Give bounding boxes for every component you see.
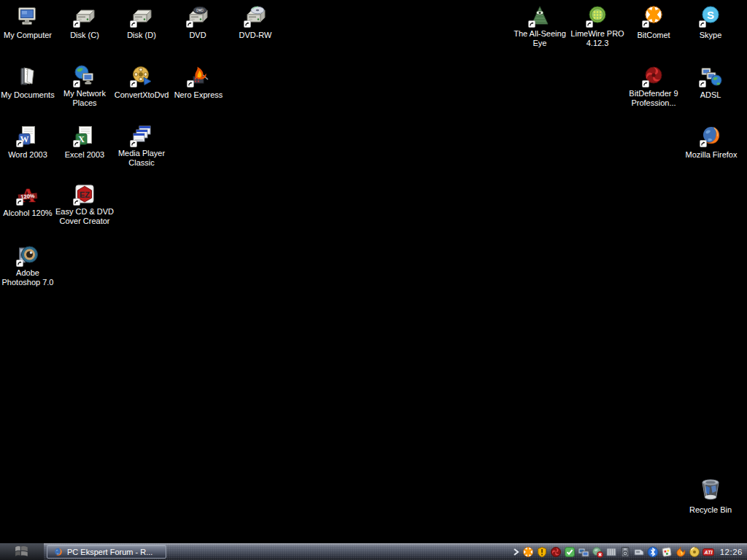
- adsl-icon: [699, 64, 722, 88]
- desktop-icon-label: My Computer: [4, 31, 52, 40]
- shortcut-arrow-badge: [699, 20, 706, 28]
- shortcut-arrow-badge: [16, 260, 23, 267]
- desktop-icon-mozilla-firefox[interactable]: Mozilla Firefox: [678, 124, 745, 160]
- windows-flag-icon: [12, 543, 31, 560]
- desktop-icon-label: DVD: [189, 31, 206, 40]
- alcohol-120-icon: A120%: [16, 182, 39, 206]
- firefox-icon: [53, 547, 63, 557]
- bitdefender-emblem-icon[interactable]: [550, 546, 562, 558]
- desktop-icon-label: Skype: [700, 31, 722, 40]
- flame-utility-icon[interactable]: [675, 546, 686, 558]
- shortcut-arrow-badge: [586, 20, 593, 28]
- desktop-icon-label: My Documents: [1, 90, 54, 100]
- shortcut-arrow-badge: [130, 20, 137, 28]
- convertxtodvd-icon: [130, 64, 153, 88]
- desktop-icon-label: Easy CD & DVD Cover Creator: [55, 207, 114, 226]
- shortcut-arrow-badge: [642, 80, 649, 88]
- desktop-icon-easy-cd-dvd-cover-creator[interactable]: EZEasy CD & DVD Cover Creator: [51, 182, 118, 227]
- desktop-icon-label: Adobe Photoshop 7.0: [2, 268, 54, 287]
- desktop-icon-adsl[interactable]: ADSL: [677, 64, 744, 101]
- svg-text:DVD: DVD: [196, 9, 204, 12]
- speaker-device-icon[interactable]: [619, 546, 631, 558]
- desktop-icon-label: Alcohol 120%: [3, 209, 52, 218]
- desktop-icon-label: My Network Places: [63, 89, 106, 108]
- color-device-icon[interactable]: [661, 546, 673, 558]
- security-alert-shield-icon[interactable]: [536, 546, 548, 558]
- disk-drive-icon: [73, 4, 96, 28]
- desktop-icon-label: Disk (D): [127, 31, 156, 40]
- network-connection-icon[interactable]: [578, 546, 589, 558]
- desktop-icon-dvd-rw[interactable]: DVD-RW: [222, 4, 289, 41]
- easy-cd-creator-icon: EZ: [73, 182, 96, 206]
- taskbar-clock[interactable]: 12:26: [720, 548, 743, 556]
- my-computer-icon: [16, 4, 39, 28]
- firefox-icon: [700, 124, 723, 147]
- desktop-icon-label: Mozilla Firefox: [686, 150, 738, 160]
- excel-2003-icon: X: [73, 124, 96, 147]
- tray-expand-chevron-icon[interactable]: [511, 546, 520, 558]
- shortcut-arrow-badge: [699, 80, 706, 88]
- bitcomet-icon: [642, 4, 665, 28]
- my-network-places-icon: [73, 64, 96, 88]
- all-seeing-eye-icon: [528, 4, 551, 28]
- desktop-icon-label: Media Player Classic: [118, 149, 165, 168]
- desktop-icon-label: LimeWire PRO 4.12.3: [570, 29, 624, 48]
- shortcut-arrow-badge: [700, 140, 707, 147]
- bitdefender-icon: [642, 64, 665, 88]
- shortcut-arrow-badge: [73, 80, 80, 88]
- shortcut-arrow-badge: [642, 20, 649, 28]
- bluetooth-icon[interactable]: [647, 546, 659, 558]
- ati-graphics-icon[interactable]: ATI: [703, 546, 714, 558]
- desktop-icon-label: BitComet: [637, 31, 670, 40]
- svg-text:S: S: [707, 9, 714, 21]
- word-2003-icon: W: [16, 124, 39, 147]
- dvdrw-drive-icon: [244, 4, 267, 28]
- desktop-icon-media-player-classic[interactable]: Media Player Classic: [108, 124, 175, 168]
- removable-storage-icon[interactable]: [633, 546, 645, 558]
- desktop-icon-label: BitDefender 9 Profession...: [629, 89, 678, 108]
- limewire-icon: [586, 4, 609, 28]
- recycle-bin-icon: [697, 476, 724, 502]
- globe-red-x-icon[interactable]: [592, 546, 603, 558]
- shortcut-arrow-badge: [16, 140, 23, 147]
- task-button-label: PC Ekspert Forum - R...: [67, 548, 152, 556]
- shortcut-arrow-badge: [73, 198, 80, 206]
- svg-text:ATI: ATI: [703, 549, 713, 554]
- disk-drive-icon: [130, 4, 153, 28]
- shortcut-arrow-badge: [73, 140, 80, 147]
- media-player-classic-icon: [130, 124, 153, 147]
- desktop-icon-recycle-bin[interactable]: Recycle Bin: [677, 476, 744, 516]
- online-status-check-icon[interactable]: [564, 546, 576, 558]
- shortcut-arrow-badge: [528, 20, 535, 28]
- desktop-screen: My ComputerDisk (C)Disk (D)DVDDVDDVD-RWM…: [0, 0, 747, 560]
- shortcut-arrow-badge: [130, 140, 137, 147]
- shortcut-arrow-badge: [186, 20, 193, 28]
- desktop-icon-nero-express[interactable]: Nero Express: [165, 64, 232, 101]
- desktop-icon-label: ADSL: [700, 90, 721, 100]
- desktop-icon-skype[interactable]: SSkype: [677, 4, 744, 41]
- desktop-icon-label: Excel 2003: [65, 150, 104, 160]
- skype-icon: S: [699, 4, 722, 28]
- shortcut-arrow-badge: [16, 198, 23, 206]
- system-tray: ATI 12:26: [511, 543, 747, 560]
- desktop-icon-label: DVD-RW: [239, 31, 271, 40]
- desktop-icon-label: Disk (C): [70, 31, 99, 40]
- adobe-photoshop-icon: [16, 244, 39, 267]
- shortcut-arrow-badge: [130, 80, 137, 88]
- dvd-drive-icon: DVD: [186, 4, 209, 28]
- shortcut-arrow-badge: [244, 20, 251, 28]
- start-button[interactable]: [0, 543, 44, 560]
- memory-grid-icon[interactable]: [605, 546, 617, 558]
- bitcomet-globe-icon[interactable]: [522, 546, 534, 558]
- my-documents-icon: [16, 64, 39, 88]
- desktop-icon-label: The All-Seeing Eye: [514, 29, 566, 48]
- desktop-icon-label: ConvertXtoDvd: [115, 90, 169, 100]
- gold-disc-icon[interactable]: [689, 546, 700, 558]
- shortcut-arrow-badge: [73, 20, 80, 28]
- svg-text:EZ: EZ: [80, 190, 90, 199]
- task-button-pc-ekspert-forum[interactable]: PC Ekspert Forum - R...: [47, 545, 166, 559]
- desktop-icon-label: Word 2003: [8, 150, 47, 160]
- desktop-icon-label: Nero Express: [174, 90, 223, 100]
- desktop-icon-label: Recycle Bin: [689, 505, 732, 515]
- desktop-icon-adobe-photoshop-70[interactable]: Adobe Photoshop 7.0: [0, 244, 61, 288]
